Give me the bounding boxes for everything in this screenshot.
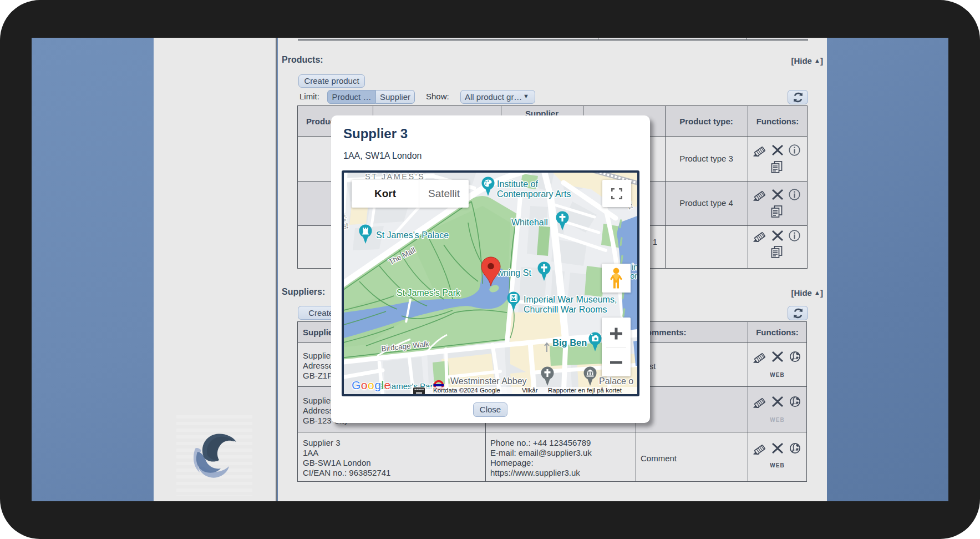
- svg-text:Palace o: Palace o: [599, 376, 633, 386]
- svg-text:St James's Palace: St James's Palace: [376, 230, 449, 240]
- svg-text:St James's Park: St James's Park: [397, 288, 461, 298]
- svg-text:Institute of: Institute of: [497, 179, 538, 189]
- svg-text:Whitehall: Whitehall: [511, 218, 548, 227]
- svg-text:in: in: [632, 262, 637, 271]
- svg-text:Imperial War Museums,: Imperial War Museums,: [524, 295, 617, 304]
- svg-text:Contemporary Arts: Contemporary Arts: [497, 189, 571, 199]
- svg-text:Big Ben: Big Ben: [552, 337, 587, 347]
- svg-text:Westminster Abbey: Westminster Abbey: [450, 376, 527, 386]
- svg-text:Churchill War Rooms: Churchill War Rooms: [524, 305, 607, 314]
- svg-text:on: on: [630, 271, 637, 280]
